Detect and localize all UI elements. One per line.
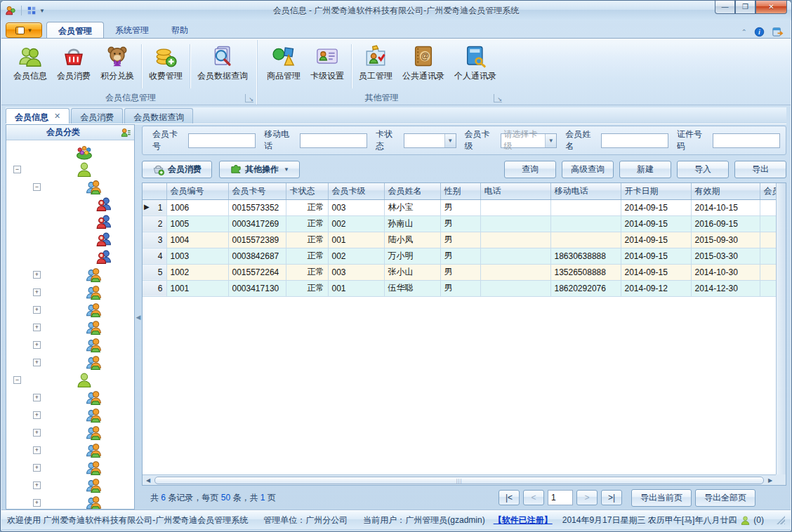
pager-button->|[interactable]: >| bbox=[601, 490, 622, 505]
tree-item-卡有效期[interactable]: +卡有效期 bbox=[6, 424, 134, 441]
button-导入[interactable]: 导入 bbox=[677, 161, 729, 178]
filter-input-证件号码[interactable] bbox=[713, 133, 780, 148]
tree-item-累计充值[interactable]: +累计充值 bbox=[6, 459, 134, 477]
ribbon-button-卡级设置[interactable]: 卡级设置 bbox=[305, 41, 349, 91]
tree-item-开卡介绍人[interactable]: +开卡介绍人 bbox=[6, 284, 134, 301]
tree-item-全部会员[interactable]: 全部会员 bbox=[6, 143, 134, 161]
tree-item-最后消费日期[interactable]: +最后消费日期 bbox=[6, 406, 134, 424]
chevron-down-icon[interactable]: ▼ bbox=[444, 134, 456, 147]
expand-icon[interactable]: + bbox=[33, 359, 41, 366]
button-导出[interactable]: 导出 bbox=[734, 161, 786, 178]
tree-item-无卡会员[interactable]: 无卡会员 bbox=[6, 196, 134, 213]
filter-input-会员姓名[interactable] bbox=[601, 133, 668, 148]
ribbon-button-公共通讯录[interactable]: 公共通讯录 bbox=[397, 41, 449, 91]
tree-item-会员余额[interactable]: +会员余额 bbox=[6, 494, 134, 509]
column-header-移动电话[interactable]: 移动电话 bbox=[550, 183, 621, 199]
doc-tab-会员数据查询[interactable]: 会员数据查询 bbox=[124, 108, 193, 124]
dialog-launcher-icon[interactable]: ↘ bbox=[245, 94, 253, 102]
minimize-button[interactable]: — bbox=[715, 1, 735, 14]
column-header-开卡日期[interactable]: 开卡日期 bbox=[621, 183, 691, 199]
column-header-会员卡号[interactable]: 会员卡号 bbox=[228, 183, 286, 199]
button-新建[interactable]: 新建 bbox=[619, 161, 671, 178]
table-row[interactable]: 510020015572264正常003张小山男135265088882014-… bbox=[143, 264, 776, 280]
application-menu-button[interactable]: ▼ bbox=[6, 22, 42, 38]
ribbon-button-会员信息[interactable]: 会员信息 bbox=[8, 41, 52, 91]
qat-dropdown-arrow-icon[interactable]: ▼ bbox=[39, 8, 45, 14]
expand-icon[interactable]: + bbox=[33, 306, 41, 314]
tree-item-会员城市[interactable]: +会员城市 bbox=[6, 354, 134, 371]
column-header-会员编号[interactable]: 会员编号 bbox=[166, 183, 228, 199]
tree-item-会员状态分类[interactable]: −会员状态分类 bbox=[6, 371, 134, 389]
horizontal-scrollbar[interactable]: ◀ ||| ▶ bbox=[143, 474, 776, 485]
ribbon-button-收费管理[interactable]: 收费管理 bbox=[144, 41, 187, 91]
expand-icon[interactable]: + bbox=[33, 464, 41, 472]
table-row[interactable]: 210050003417269正常002孙南山男2014-09-152016-0… bbox=[143, 215, 776, 232]
exit-icon[interactable] bbox=[772, 26, 784, 38]
column-header-性别[interactable]: 性别 bbox=[440, 183, 480, 199]
button-会员消费[interactable]: 会员消费 bbox=[142, 161, 212, 178]
ribbon-button-个人通讯录[interactable]: 个人通讯录 bbox=[449, 41, 501, 91]
pager-button-|<[interactable]: |< bbox=[499, 490, 520, 505]
column-header-会员卡级[interactable]: 会员卡级 bbox=[328, 183, 384, 199]
ribbon-button-商品管理[interactable]: 商品管理 bbox=[262, 41, 305, 91]
ribbon-button-会员消费[interactable]: 会员消费 bbox=[52, 41, 95, 91]
tree-item-高级会员[interactable]: 高级会员 bbox=[6, 213, 134, 231]
scroll-right-icon[interactable]: ▶ bbox=[765, 477, 776, 484]
chevron-down-icon[interactable]: ▼ bbox=[545, 134, 556, 147]
export-all-pages-button[interactable]: 导出全部页 bbox=[695, 489, 755, 507]
vertical-scrollbar[interactable] bbox=[776, 183, 786, 474]
expand-icon[interactable]: + bbox=[33, 411, 41, 419]
ribbon-button-员工管理[interactable]: 员工管理 bbox=[354, 41, 397, 91]
member-category-icon[interactable] bbox=[120, 127, 131, 138]
scrollbar-thumb[interactable]: ||| bbox=[154, 477, 764, 484]
collapse-icon[interactable]: − bbox=[13, 376, 21, 384]
scroll-left-icon[interactable]: ◀ bbox=[143, 477, 154, 484]
filter-combo-会员卡级[interactable]: 请选择卡级▼ bbox=[501, 133, 557, 148]
register-status-link[interactable]: 【软件已注册】 bbox=[494, 514, 553, 526]
tree-item-会员民族[interactable]: +会员民族 bbox=[6, 319, 134, 336]
button-其他操作[interactable]: 其他操作▼ bbox=[219, 161, 300, 178]
tree-item-新增会员[interactable]: +新增会员 bbox=[6, 389, 134, 406]
expand-icon[interactable]: + bbox=[33, 429, 41, 437]
tree-item-会员属性分类[interactable]: −会员属性分类 bbox=[6, 161, 134, 178]
ribbon-button-会员数据查询[interactable]: 会员数据查询 bbox=[192, 41, 253, 91]
tree-item-普通会员[interactable]: 普通会员 bbox=[6, 248, 134, 266]
column-header-会员[interactable]: 会员 bbox=[760, 183, 776, 199]
column-header-电话[interactable]: 电话 bbox=[480, 183, 550, 199]
close-button[interactable]: ✕ bbox=[755, 1, 787, 14]
table-row[interactable]: 410030003842687正常002万小明男186306388882014-… bbox=[143, 248, 776, 264]
filter-input-会员卡号[interactable] bbox=[188, 133, 256, 148]
column-header-indicator[interactable] bbox=[143, 183, 166, 199]
pager-button->[interactable]: > bbox=[576, 490, 598, 505]
expand-icon[interactable]: + bbox=[33, 341, 41, 349]
expand-icon[interactable]: + bbox=[33, 324, 41, 331]
tree-item-累计消费[interactable]: +累计消费 bbox=[6, 477, 134, 494]
filter-combo-卡状态[interactable]: ▼ bbox=[404, 133, 456, 148]
page-number-input[interactable] bbox=[548, 490, 573, 505]
button-查询[interactable]: 查询 bbox=[504, 161, 556, 178]
pager-button-<[interactable]: < bbox=[523, 490, 544, 505]
table-row[interactable]: 1▶10060015573352正常003林小宝男2014-09-152014-… bbox=[143, 199, 776, 215]
maximize-button[interactable]: ❐ bbox=[735, 1, 755, 14]
expand-icon[interactable]: + bbox=[33, 499, 41, 507]
expand-icon[interactable]: + bbox=[33, 481, 41, 489]
tree-item-会员籍贯[interactable]: +会员籍贯 bbox=[6, 301, 134, 319]
column-header-卡状态[interactable]: 卡状态 bbox=[286, 183, 328, 199]
resize-grip[interactable] bbox=[777, 516, 785, 524]
expand-icon[interactable]: + bbox=[33, 271, 41, 279]
layout-icon[interactable] bbox=[27, 6, 37, 15]
close-tab-icon[interactable]: ✕ bbox=[54, 112, 60, 124]
expand-icon[interactable]: + bbox=[33, 288, 41, 296]
online-user-icon[interactable] bbox=[740, 515, 751, 526]
ribbon-tab-系统管理[interactable]: 系统管理 bbox=[104, 22, 160, 38]
sidebar-splitter[interactable]: ◀ bbox=[135, 124, 142, 510]
expand-icon[interactable]: + bbox=[33, 394, 41, 401]
table-row[interactable]: 310040015572389正常001陆小凤男2014-09-152015-0… bbox=[143, 232, 776, 248]
column-header-会员姓名[interactable]: 会员姓名 bbox=[384, 183, 440, 199]
tree-item-会员卡级[interactable]: −会员卡级 bbox=[6, 178, 134, 196]
tree-item-会员省份[interactable]: +会员省份 bbox=[6, 336, 134, 354]
ribbon-tab-会员管理[interactable]: 会员管理 bbox=[46, 22, 104, 38]
expand-icon[interactable]: + bbox=[33, 446, 41, 454]
collapse-ribbon-icon[interactable]: ⌃ bbox=[741, 28, 747, 36]
dialog-launcher-icon[interactable]: ↘ bbox=[494, 94, 502, 102]
